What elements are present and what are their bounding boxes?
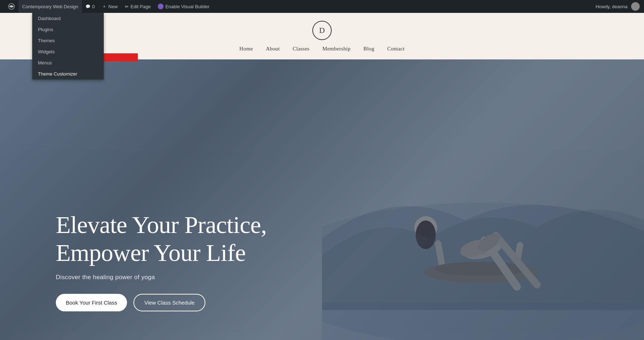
avatar — [631, 2, 640, 11]
comment-count: 0 — [92, 4, 95, 9]
new-label: New — [108, 4, 118, 9]
site-name-label: Contemporary Web Design — [22, 4, 78, 9]
hero-title: Elevate Your Practice, Empower Your Life — [56, 211, 267, 267]
edit-icon: ✏ — [125, 4, 129, 9]
hero-buttons: Book Your First Class View Class Schedul… — [56, 294, 267, 311]
hero-subtitle: Discover the healing power of yoga — [56, 274, 267, 281]
wp-logo-item[interactable] — [4, 0, 19, 13]
howdy-text: Howdy, deanna — [592, 4, 631, 9]
wp-logo-icon — [8, 3, 15, 10]
site-logo: D — [312, 21, 332, 40]
new-icon: ＋ — [102, 3, 107, 10]
site-nav: Home About Classes Membership Blog Conta… — [239, 46, 405, 52]
site-name-item[interactable]: Contemporary Web Design — [19, 0, 82, 13]
dropdown-item-dashboard[interactable]: Dashboard — [32, 13, 104, 24]
new-item[interactable]: ＋ New — [98, 0, 121, 13]
dropdown-item-theme-customizer[interactable]: Theme Customizer — [32, 68, 104, 79]
divi-icon — [158, 4, 164, 9]
nav-contact[interactable]: Contact — [387, 46, 405, 52]
nav-classes[interactable]: Classes — [293, 46, 309, 52]
nav-home[interactable]: Home — [239, 46, 253, 52]
hero-section: Elevate Your Practice, Empower Your Life… — [0, 59, 644, 340]
nav-blog[interactable]: Blog — [364, 46, 374, 52]
edit-page-label: Edit Page — [131, 4, 151, 9]
comments-icon: 💬 — [86, 4, 91, 9]
visual-builder-label: Enable Visual Builder — [165, 4, 209, 9]
themes-dropdown: Dashboard Plugins Themes Widgets Menus T… — [32, 13, 104, 79]
admin-bar: Contemporary Web Design 💬 0 ＋ New ✏ Edit… — [0, 0, 644, 13]
dropdown-item-widgets[interactable]: Widgets — [32, 46, 104, 57]
dropdown-item-menus[interactable]: Menus — [32, 57, 104, 68]
edit-page-item[interactable]: ✏ Edit Page — [121, 0, 154, 13]
book-first-class-button[interactable]: Book Your First Class — [56, 294, 127, 311]
nav-membership[interactable]: Membership — [322, 46, 351, 52]
visual-builder-item[interactable]: Enable Visual Builder — [154, 0, 213, 13]
comments-item[interactable]: 💬 0 — [82, 0, 98, 13]
dropdown-item-plugins[interactable]: Plugins — [32, 24, 104, 35]
nav-about[interactable]: About — [266, 46, 280, 52]
dropdown-item-themes[interactable]: Themes — [32, 35, 104, 46]
hero-content: Elevate Your Practice, Empower Your Life… — [0, 211, 267, 311]
view-schedule-button[interactable]: View Class Schedule — [133, 294, 205, 311]
